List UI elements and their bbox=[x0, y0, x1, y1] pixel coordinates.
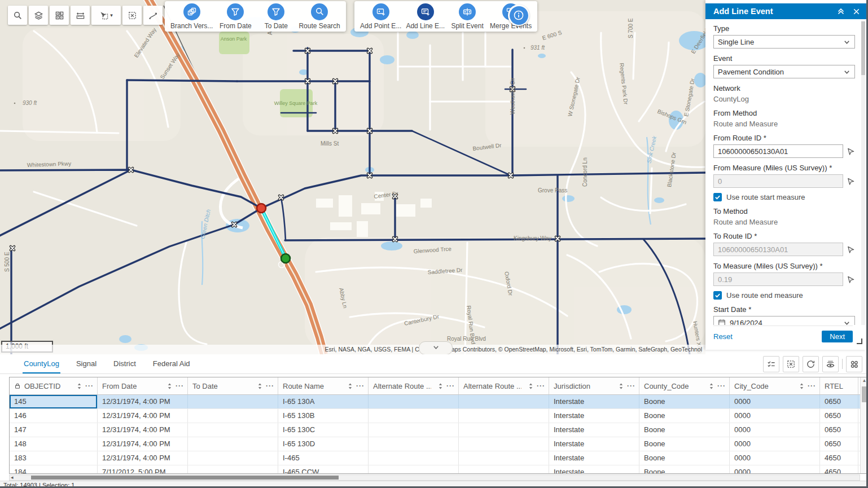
sort-icon[interactable] bbox=[799, 383, 804, 390]
tab-countylog[interactable]: CountyLog bbox=[23, 354, 60, 373]
collapse-panel-icon[interactable] bbox=[836, 7, 845, 16]
column-header-from-date[interactable]: From Date··· bbox=[98, 377, 188, 394]
table-row[interactable]: 18312/31/1974, 4:00 PMI-465InterstateBoo… bbox=[10, 451, 868, 465]
table-horizontal-scrollbar[interactable]: ◂ bbox=[9, 474, 860, 481]
tool-split-event[interactable]: Split Event bbox=[449, 3, 485, 30]
add-line-event-panel: Add Line Event Type Single Line Event Pa… bbox=[705, 0, 866, 350]
layers-button[interactable] bbox=[29, 6, 48, 25]
info-icon bbox=[510, 6, 528, 25]
tool-from-date[interactable]: From Date bbox=[217, 3, 253, 30]
tool-add-line-e[interactable]: Add Line E... bbox=[406, 3, 445, 30]
start-date-input[interactable]: 9/16/2024 bbox=[713, 316, 855, 325]
tab-signal[interactable]: Signal bbox=[75, 354, 98, 373]
to-measure-input[interactable] bbox=[713, 272, 843, 286]
table-cell bbox=[369, 423, 459, 437]
search-button[interactable] bbox=[8, 6, 27, 25]
route-tool-button[interactable] bbox=[143, 6, 163, 25]
column-header-to-date[interactable]: To Date··· bbox=[188, 377, 278, 394]
sort-icon[interactable] bbox=[438, 383, 443, 390]
table-row[interactable]: 14512/31/1974, 4:00 PMI-65 130AInterstat… bbox=[10, 395, 868, 409]
table-row[interactable]: 14612/31/1974, 4:00 PMI-65 130BInterstat… bbox=[10, 409, 868, 423]
sort-icon[interactable] bbox=[619, 383, 624, 390]
tool-label: Route Search bbox=[299, 22, 340, 30]
column-menu-icon[interactable]: ··· bbox=[85, 382, 94, 390]
network-label: Network bbox=[713, 84, 855, 93]
tool-branch-vers[interactable]: Branch Vers... bbox=[170, 3, 213, 30]
to-route-id-label: To Route ID * bbox=[713, 232, 855, 240]
tool-route-search[interactable]: Route Search bbox=[299, 3, 340, 30]
sort-icon[interactable] bbox=[709, 383, 714, 390]
to-measure-marker[interactable] bbox=[281, 254, 290, 263]
map-view[interactable]: Elevated WaySunset WayAnson ParkWilley S… bbox=[0, 0, 705, 354]
clear-selection-button[interactable] bbox=[122, 6, 142, 25]
map-picker-icon[interactable] bbox=[847, 177, 855, 186]
tab-federal-aid[interactable]: Federal Aid bbox=[152, 354, 191, 373]
sort-icon[interactable] bbox=[77, 383, 82, 390]
sort-icon[interactable] bbox=[167, 383, 172, 390]
tool-add-point-e[interactable]: Add Point E... bbox=[360, 3, 401, 30]
table-cell bbox=[188, 465, 278, 474]
column-menu-icon[interactable]: ··· bbox=[446, 382, 455, 390]
map-picker-icon[interactable] bbox=[847, 275, 855, 284]
close-panel-icon[interactable] bbox=[852, 7, 861, 16]
table-row[interactable]: 14712/31/1974, 4:00 PMI-65 130CInterstat… bbox=[10, 423, 868, 437]
map-picker-icon[interactable] bbox=[847, 245, 855, 254]
column-header-alternate-route[interactable]: Alternate Route ...··· bbox=[459, 377, 549, 394]
attribute-table-section: CountyLogSignalDistrictFederal Aid OBJEC… bbox=[0, 354, 868, 488]
from-measure-marker[interactable] bbox=[257, 204, 266, 213]
column-menu-icon[interactable]: ··· bbox=[717, 382, 726, 390]
sort-icon[interactable] bbox=[528, 383, 533, 390]
basemap-gallery-button[interactable] bbox=[50, 6, 69, 25]
measure-button[interactable] bbox=[71, 6, 90, 25]
scrollbar-thumb[interactable] bbox=[31, 476, 339, 480]
column-header-county-code[interactable]: County_Code··· bbox=[639, 377, 730, 394]
column-menu-icon[interactable]: ··· bbox=[537, 382, 545, 390]
map-picker-icon[interactable] bbox=[847, 147, 855, 156]
column-header-city-code[interactable]: City_Code··· bbox=[730, 377, 820, 394]
info-button[interactable] bbox=[508, 5, 529, 26]
from-route-id-input[interactable] bbox=[713, 144, 843, 158]
column-menu-icon[interactable]: ··· bbox=[627, 382, 635, 390]
panel-resize-handle[interactable] bbox=[857, 338, 862, 344]
select-button[interactable]: ▾ bbox=[91, 6, 121, 25]
column-header-alternate-route[interactable]: Alternate Route ...··· bbox=[369, 377, 459, 394]
table-row[interactable]: 1847/11/2012, 5:00 PMI-465 CCWInterstate… bbox=[10, 465, 868, 474]
table-cell: Interstate bbox=[549, 395, 639, 408]
apps-icon bbox=[849, 359, 859, 369]
to-route-id-input[interactable] bbox=[713, 243, 843, 256]
column-menu-icon[interactable]: ··· bbox=[808, 382, 816, 390]
column-header-rtel[interactable]: RTEL bbox=[820, 377, 858, 394]
tool-to-date[interactable]: To Date bbox=[258, 3, 294, 30]
refresh-table-button[interactable] bbox=[803, 356, 819, 372]
sort-icon[interactable] bbox=[348, 383, 353, 390]
clear-table-selection-button[interactable] bbox=[783, 356, 799, 372]
show-selected-records-button[interactable] bbox=[763, 356, 779, 372]
table-collapse-button[interactable] bbox=[419, 341, 453, 354]
refresh-icon bbox=[806, 359, 816, 369]
column-menu-icon[interactable]: ··· bbox=[356, 382, 365, 390]
table-options-button[interactable] bbox=[846, 356, 862, 372]
table-row[interactable]: 14812/31/1974, 4:00 PMI-65 130DInterstat… bbox=[10, 437, 868, 451]
network-value: CountyLog bbox=[713, 95, 855, 103]
column-header-route-name[interactable]: Route Name··· bbox=[278, 377, 369, 394]
panel-scrollbar[interactable] bbox=[861, 20, 865, 325]
sort-icon[interactable] bbox=[257, 383, 262, 390]
tool-label: Add Point E... bbox=[360, 22, 401, 30]
use-route-start-measure-checkbox[interactable]: Use route start measure bbox=[713, 193, 855, 201]
select-icon bbox=[99, 11, 109, 20]
tab-district[interactable]: District bbox=[112, 354, 137, 373]
event-select[interactable]: Pavement Condition bbox=[713, 65, 855, 78]
column-menu-icon[interactable]: ··· bbox=[176, 382, 184, 390]
use-route-end-measure-checkbox[interactable]: Use route end measure bbox=[713, 291, 855, 300]
column-header-jurisdiction[interactable]: Jurisdiction··· bbox=[549, 377, 639, 394]
map-label: 930 ft bbox=[23, 100, 37, 106]
column-header-objectid[interactable]: OBJECTID··· bbox=[10, 377, 98, 394]
reset-button[interactable]: Reset bbox=[713, 332, 733, 341]
column-menu-icon[interactable]: ··· bbox=[266, 382, 274, 390]
type-select[interactable]: Single Line bbox=[713, 35, 855, 49]
toggle-field-visibility-button[interactable] bbox=[822, 356, 839, 372]
map-label: Anson Park bbox=[221, 36, 247, 42]
next-button[interactable]: Next bbox=[822, 331, 853, 342]
tool-label: Add Line E... bbox=[406, 22, 445, 30]
from-measure-input[interactable] bbox=[713, 174, 843, 188]
